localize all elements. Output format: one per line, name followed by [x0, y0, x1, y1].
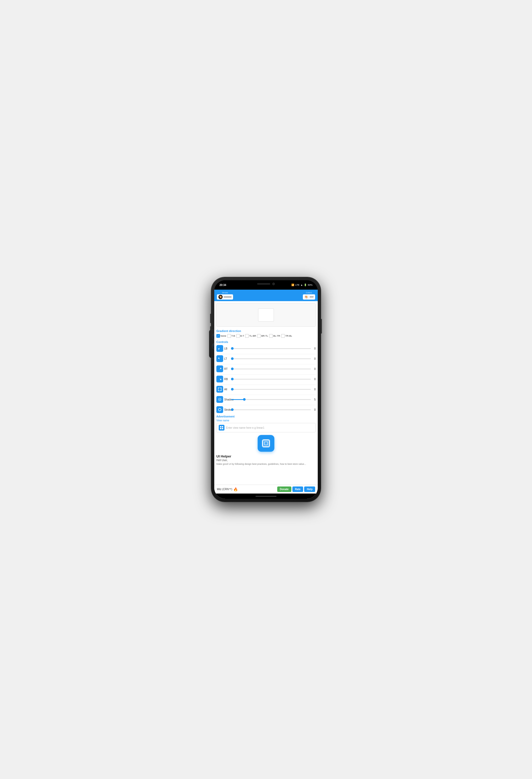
front-camera	[272, 283, 275, 285]
color1-section: Color1 🎨 ###	[303, 292, 315, 300]
stroke-color-swatch: 🎨	[218, 295, 223, 299]
svg-rect-6	[220, 428, 221, 429]
all-slider-thumb[interactable]	[231, 388, 234, 391]
gradient-label-bltr: BL-TR	[273, 335, 280, 337]
screen-content: Stroke 🎨 000000 Color1 🎨 ###	[214, 290, 318, 499]
stroke-slider-thumb[interactable]	[231, 408, 234, 411]
color1-swatch: 🎨	[305, 295, 309, 299]
svg-point-2	[219, 399, 220, 400]
shadow-label: Shadow	[224, 398, 230, 401]
network-icon: 📶	[291, 284, 294, 286]
rb-slider[interactable]	[231, 379, 311, 379]
status-time: 20:34	[219, 284, 226, 287]
gradient-label-tlbr: TL-BR	[249, 335, 256, 337]
control-row-rt: RT 0	[216, 365, 316, 372]
control-row-lt: LT 0	[216, 355, 316, 362]
advertisement-label: Advertisement	[216, 415, 316, 418]
bottom-author: Milz (CRN™) 🔥	[217, 487, 238, 491]
lt-slider-thumb[interactable]	[231, 357, 234, 360]
rate-button[interactable]: Rate	[292, 486, 304, 492]
lt-value: 0	[312, 357, 316, 360]
gradient-label-brtl: BR-TL	[261, 335, 268, 337]
app-icon-container	[216, 435, 316, 452]
stroke-ctrl-label: Stroke	[224, 408, 230, 411]
shadow-icon	[218, 398, 221, 401]
notch	[249, 280, 283, 288]
rt-icon-button[interactable]	[216, 365, 223, 372]
app-logo-icon	[261, 438, 271, 448]
color1-label: Color1	[306, 292, 312, 294]
gradient-options: ✓ None T-B B-T TL-BR	[216, 334, 316, 338]
gradient-option-tb[interactable]: T-B	[227, 334, 235, 338]
shadow-slider[interactable]	[231, 399, 311, 400]
gradient-option-brtl[interactable]: BR-TL	[257, 334, 268, 338]
stroke-color-button[interactable]: 🎨 000000	[217, 294, 233, 300]
gradient-option-tlbr[interactable]: TL-BR	[245, 334, 256, 338]
gradient-option-bt[interactable]: B-T	[236, 334, 244, 338]
svg-point-3	[218, 408, 221, 411]
main-content[interactable]: Gradient direction ✓ None T-B B-T	[214, 301, 318, 485]
ui-helper-greeting: Hell User,	[216, 459, 316, 462]
checkbox-bt[interactable]	[236, 334, 240, 338]
gradient-label-none: None	[220, 335, 226, 337]
control-row-all: All 0	[216, 386, 316, 393]
bottom-actions: Donate Rate Help	[277, 486, 315, 492]
fire-icon: 🔥	[234, 487, 238, 491]
gradient-section-title: Gradient direction	[216, 329, 316, 333]
view-name-icon	[219, 425, 224, 430]
lt-icon-button[interactable]	[216, 355, 223, 362]
gradient-label-trbl: TR-BL	[285, 335, 292, 337]
checkbox-none[interactable]: ✓	[216, 334, 220, 338]
rb-icon-button[interactable]	[216, 376, 223, 382]
lb-label: LB	[224, 347, 230, 350]
lb-icon-button[interactable]	[216, 345, 223, 352]
status-icons: 📶 LTE ▲ 🔋 60%	[291, 284, 313, 286]
lt-slider[interactable]	[231, 358, 311, 359]
gradient-option-bltr[interactable]: BL-TR	[269, 334, 280, 338]
donate-button[interactable]: Donate	[277, 486, 291, 492]
checkbox-tb[interactable]	[227, 334, 231, 338]
stroke-icon-button[interactable]	[216, 406, 223, 413]
svg-rect-5	[222, 426, 223, 427]
gradient-option-none[interactable]: ✓ None	[216, 334, 226, 338]
rt-slider[interactable]	[231, 369, 311, 369]
rb-label: RB	[224, 378, 230, 380]
volume-up-button[interactable]	[210, 314, 211, 323]
lb-slider[interactable]	[231, 348, 311, 349]
checkbox-bltr[interactable]	[269, 334, 273, 338]
checkbox-trbl[interactable]	[281, 334, 285, 338]
rt-label: RT	[224, 367, 230, 370]
palette-icon: 🎨	[219, 296, 222, 298]
lb-slider-thumb[interactable]	[231, 347, 234, 350]
bottom-bar: Milz (CRN™) 🔥 Donate Rate Help	[214, 485, 318, 493]
stroke-label: Stroke	[222, 292, 228, 294]
shadow-slider-thumb[interactable]	[243, 398, 246, 401]
gradient-label-bt: B-T	[241, 335, 244, 337]
rb-slider-thumb[interactable]	[231, 378, 234, 380]
color1-button[interactable]: 🎨 ###	[303, 294, 315, 300]
all-value: 0	[312, 388, 316, 391]
arrow-lt-icon	[218, 357, 221, 360]
arrow-lb-icon	[218, 347, 221, 350]
stroke-slider[interactable]	[231, 409, 311, 410]
signal-icon: ▲	[301, 284, 303, 286]
svg-rect-4	[220, 426, 221, 427]
shadow-icon-button[interactable]	[216, 396, 223, 403]
help-button[interactable]: Help	[304, 486, 315, 492]
power-button[interactable]	[321, 319, 322, 334]
checkbox-tlbr[interactable]	[245, 334, 249, 338]
home-bar[interactable]	[256, 496, 276, 497]
all-icon-button[interactable]	[216, 386, 223, 393]
checkbox-brtl[interactable]	[257, 334, 261, 338]
view-name-placeholder[interactable]: Enter view name here e.g linear1	[226, 426, 264, 429]
stroke-value: 0	[312, 408, 316, 411]
lt-label: LT	[224, 357, 230, 360]
stroke-color-value: 000000	[224, 296, 231, 298]
gradient-option-trbl[interactable]: TR-BL	[281, 334, 292, 338]
gradient-label-tb: T-B	[231, 335, 235, 337]
rt-slider-thumb[interactable]	[231, 367, 234, 370]
palette2-icon: 🎨	[305, 296, 308, 298]
stroke-section: Stroke 🎨 000000	[217, 292, 233, 300]
preview-card	[216, 303, 316, 327]
all-slider[interactable]	[231, 389, 311, 390]
